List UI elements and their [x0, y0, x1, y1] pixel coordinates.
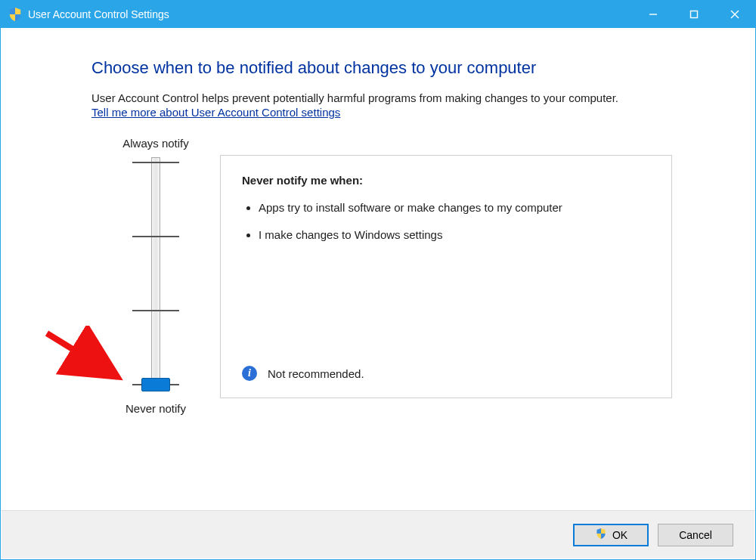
- panel-bullet: Apps try to install software or make cha…: [259, 200, 650, 215]
- close-button[interactable]: [714, 1, 755, 28]
- info-icon: i: [242, 366, 257, 381]
- ok-button-label: OK: [612, 529, 627, 541]
- page-heading: Choose when to be notified about changes…: [91, 58, 672, 78]
- slider-column: Always notify Never notify: [91, 132, 220, 415]
- content-area: Choose when to be notified about changes…: [1, 28, 755, 415]
- panel-title: Never notify me when:: [242, 174, 650, 187]
- window-titlebar: User Account Control Settings: [1, 1, 755, 28]
- slider-label-top: Always notify: [91, 137, 220, 150]
- panel-footer: i Not recommended.: [242, 366, 364, 381]
- slider-tick: [132, 310, 179, 311]
- slider-track: [151, 157, 160, 391]
- slider-tick: [132, 236, 179, 237]
- minimize-button[interactable]: [633, 1, 674, 28]
- slider-label-bottom: Never notify: [91, 402, 220, 415]
- description-panel: Never notify me when: Apps try to instal…: [220, 155, 672, 398]
- slider-thumb[interactable]: [141, 378, 170, 391]
- learn-more-link[interactable]: Tell me more about User Account Control …: [91, 106, 340, 119]
- shield-icon: [594, 528, 608, 543]
- ok-button[interactable]: OK: [573, 524, 649, 546]
- uac-slider[interactable]: [140, 157, 172, 391]
- window-title: User Account Control Settings: [28, 8, 169, 20]
- shield-icon: [8, 7, 22, 22]
- cancel-button[interactable]: Cancel: [658, 524, 733, 546]
- recommendation-text: Not recommended.: [268, 367, 364, 380]
- slider-tick: [132, 162, 179, 163]
- dialog-bottombar: OK Cancel: [2, 510, 754, 558]
- maximize-button[interactable]: [674, 1, 714, 28]
- panel-bullet: I make changes to Windows settings: [259, 227, 650, 243]
- cancel-button-label: Cancel: [679, 529, 712, 541]
- panel-bullet-list: Apps try to install software or make cha…: [259, 200, 650, 243]
- svg-rect-1: [691, 11, 698, 18]
- intro-text: User Account Control helps prevent poten…: [91, 91, 672, 104]
